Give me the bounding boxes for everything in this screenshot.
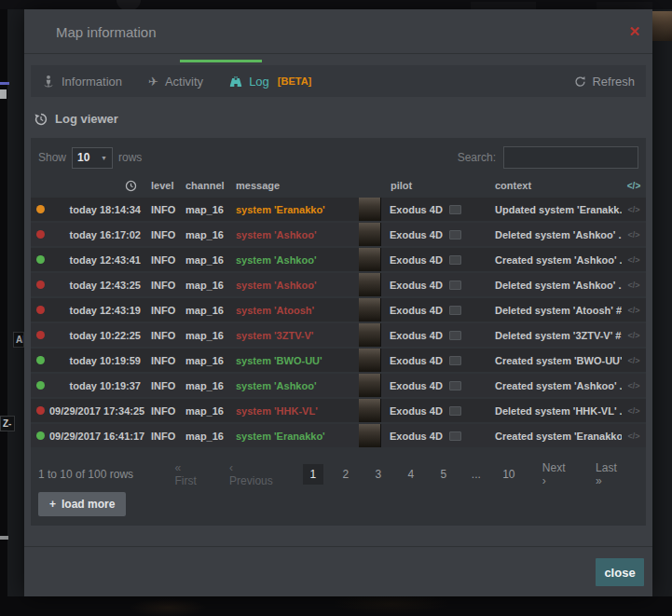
pilot-avatar <box>359 273 381 296</box>
log-table-row[interactable]: today 10:19:59 INFO map_16 system 'BWO-U… <box>31 349 646 372</box>
pagination-info: 1 to 10 of 100 rows <box>38 468 174 481</box>
pilot-name: Exodus 4D <box>390 254 443 266</box>
pagination-first[interactable]: « First <box>174 461 205 487</box>
pilot-cell: Exodus 4D <box>359 399 495 422</box>
pilot-name: Exodus 4D <box>390 380 443 391</box>
time-cell: 09/29/2017 17:34:25 <box>49 405 141 417</box>
tab-log[interactable]: Log [BETA] <box>229 75 311 89</box>
pagination-page-3[interactable]: 3 <box>368 464 389 485</box>
show-label: Show <box>38 151 66 164</box>
log-table-row[interactable]: today 10:19:37 INFO map_16 system 'Ashko… <box>31 374 646 397</box>
pagination-page-1[interactable]: 1 <box>303 464 323 485</box>
pagination-previous[interactable]: ‹ Previous <box>229 461 279 487</box>
pagination-page-10[interactable]: 10 <box>499 464 519 485</box>
log-viewer-heading: Log viewer <box>34 112 118 126</box>
character-card-icon <box>449 381 461 390</box>
log-table-row[interactable]: today 18:14:34 INFO map_16 system 'Erana… <box>31 198 646 221</box>
message-cell: system 'Eranakko' <box>225 204 359 215</box>
context-cell: Deleted system 'Ashkoo' ... <box>495 280 622 291</box>
character-card-icon <box>449 356 461 365</box>
pilot-cell: Exodus 4D <box>359 223 495 246</box>
pilot-name: Exodus 4D <box>390 330 443 341</box>
table-controls: Show 10 ▼ rows Search: <box>38 145 638 170</box>
search-input[interactable] <box>503 146 638 169</box>
tab-log-label: Log <box>249 75 269 89</box>
pilot-avatar <box>359 424 381 447</box>
log-table-row[interactable]: today 12:43:25 INFO map_16 system 'Ashko… <box>31 273 646 296</box>
pilot-cell: Exodus 4D <box>359 273 495 296</box>
log-table-row[interactable]: today 16:17:02 INFO map_16 system 'Ashko… <box>31 223 646 246</box>
status-dot-icon <box>36 381 45 390</box>
context-cell: Deleted system '3ZTV-V' #... <box>495 330 622 341</box>
level-cell: INFO <box>141 280 180 291</box>
channel-column-header[interactable]: channel <box>180 180 225 191</box>
status-cell <box>31 230 49 239</box>
code-toggle-icon[interactable]: </> <box>622 331 646 340</box>
code-toggle-icon[interactable]: </> <box>622 230 646 240</box>
plus-icon: + <box>49 498 56 511</box>
context-cell: Created system 'Ashkoo' ... <box>495 254 622 266</box>
pilot-cell: Exodus 4D <box>359 424 495 447</box>
context-cell: Created system 'Eranakko... <box>495 431 622 442</box>
context-cell: Created system 'BWO-UU'... <box>495 355 622 366</box>
dialog-header: Map information ✕ <box>24 9 652 54</box>
pilot-column-header[interactable]: pilot <box>359 175 495 196</box>
level-column-header[interactable]: level <box>141 180 180 191</box>
status-dot-icon <box>36 230 45 239</box>
chevron-down-icon: ▼ <box>101 155 107 161</box>
table-header-row: level channel message pilot context </> <box>31 175 646 196</box>
map-system-label: Ali <box>13 332 24 348</box>
tab-activity-label: Activity <box>165 75 203 89</box>
log-table-row[interactable]: 09/29/2017 17:34:25 INFO map_16 system '… <box>31 399 646 422</box>
log-table-row[interactable]: 09/29/2017 16:41:17 INFO map_16 system '… <box>31 424 646 447</box>
character-card-icon <box>449 431 461 441</box>
pagination-page-2[interactable]: 2 <box>336 464 356 485</box>
level-cell: INFO <box>141 229 180 240</box>
code-toggle-icon[interactable]: </> <box>622 431 646 441</box>
channel-cell: map_16 <box>180 431 225 442</box>
status-cell <box>31 356 49 364</box>
load-more-button[interactable]: + load more <box>38 492 126 516</box>
character-card-icon <box>449 255 461 265</box>
map-system-label: Z- <box>0 416 15 431</box>
page-top-bar <box>0 0 672 9</box>
code-toggle-icon[interactable]: </> <box>622 306 646 315</box>
pagination: 1 to 10 of 100 rows « First ‹ Previous 1… <box>38 464 638 485</box>
refresh-button[interactable]: Refresh <box>574 75 635 89</box>
dialog-close-icon[interactable]: ✕ <box>628 23 640 40</box>
context-cell: Updated system 'Eranakk... <box>495 204 622 215</box>
map-connection-line <box>0 82 9 85</box>
log-table-row[interactable]: today 12:43:41 INFO map_16 system 'Ashko… <box>31 248 646 271</box>
pagination-next[interactable]: Next › <box>542 461 571 487</box>
code-toggle-icon[interactable]: </> <box>622 281 646 290</box>
time-cell: today 16:17:02 <box>49 229 141 240</box>
code-toggle-icon[interactable]: </> <box>622 406 646 416</box>
code-toggle-icon[interactable]: </> <box>622 255 646 265</box>
pagination-last[interactable]: Last » <box>596 461 625 487</box>
page-size-select[interactable]: 10 ▼ <box>72 147 113 169</box>
message-column-header[interactable]: message <box>225 180 359 191</box>
tab-activity[interactable]: ✈ Activity <box>148 75 203 89</box>
time-column-header[interactable] <box>49 180 141 192</box>
status-cell <box>31 205 49 213</box>
code-toggle-icon[interactable]: </> <box>622 205 646 214</box>
status-dot-icon <box>36 331 45 339</box>
message-cell: system 'Ashkoo' <box>225 229 359 240</box>
log-table-row[interactable]: today 12:43:19 INFO map_16 system 'Atoos… <box>31 298 646 322</box>
code-toggle-icon[interactable]: </> <box>622 356 646 365</box>
time-cell: today 10:19:59 <box>49 355 141 366</box>
tab-information[interactable]: Information <box>42 75 122 89</box>
channel-cell: map_16 <box>180 254 225 266</box>
plane-icon: ✈ <box>148 75 158 89</box>
channel-cell: map_16 <box>180 380 225 391</box>
message-cell: system '3ZTV-V' <box>225 330 359 341</box>
pagination-page-5[interactable]: 5 <box>433 464 454 485</box>
context-column-header[interactable]: context <box>495 180 622 191</box>
pagination-page-4[interactable]: 4 <box>401 464 421 485</box>
map-line-fragment <box>0 536 8 540</box>
time-cell: today 18:14:34 <box>49 204 141 215</box>
log-table-row[interactable]: today 10:22:25 INFO map_16 system '3ZTV-… <box>31 323 646 347</box>
close-button[interactable]: close <box>596 558 644 586</box>
character-card-icon <box>449 331 461 340</box>
code-toggle-icon[interactable]: </> <box>622 381 646 390</box>
